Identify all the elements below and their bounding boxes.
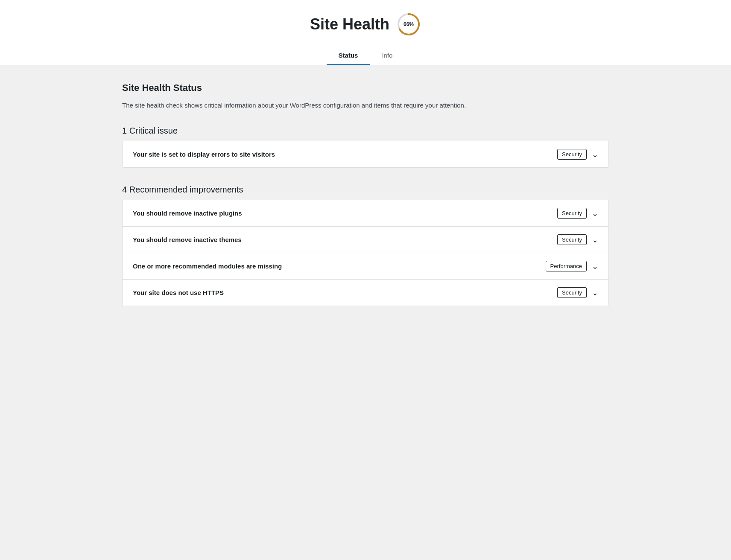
recommended-issues-section: 4 Recommended improvements You should re… [122, 185, 609, 306]
chevron-down-icon[interactable]: ⌄ [592, 288, 598, 298]
chevron-down-icon[interactable]: ⌄ [592, 209, 598, 218]
tab-info[interactable]: Info [370, 47, 404, 65]
table-row: You should remove inactive themes Securi… [123, 227, 608, 253]
issue-right: Security ⌄ [557, 208, 598, 219]
chevron-down-icon[interactable]: ⌄ [592, 150, 598, 159]
tag-badge-security: Security [557, 149, 587, 160]
issue-right: Security ⌄ [557, 234, 598, 245]
title-row: Site Health 66% [0, 12, 731, 37]
critical-issues-count: 1 Critical issue [122, 126, 609, 136]
main-content: Site Health Status The site health check… [109, 65, 622, 340]
table-row: You should remove inactive plugins Secur… [123, 200, 608, 227]
page-header: Site Health 66% Status Info [0, 0, 731, 65]
section-description: The site health check shows critical inf… [122, 100, 609, 111]
tag-badge-security: Security [557, 208, 587, 219]
chevron-down-icon[interactable]: ⌄ [592, 235, 598, 245]
table-row: Your site does not use HTTPS Security ⌄ [123, 280, 608, 306]
issue-label: Your site does not use HTTPS [133, 289, 224, 296]
issue-right: Performance ⌄ [546, 261, 598, 271]
health-score-circle: 66% [396, 12, 421, 37]
table-row: Your site is set to display errors to si… [123, 141, 608, 167]
tab-bar: Status Info [0, 47, 731, 65]
score-label: 66% [404, 21, 414, 27]
issue-right: Security ⌄ [557, 149, 598, 160]
tag-badge-security: Security [557, 287, 587, 298]
tab-status[interactable]: Status [327, 47, 370, 65]
critical-issues-section: 1 Critical issue Your site is set to dis… [122, 126, 609, 168]
issue-right: Security ⌄ [557, 287, 598, 298]
recommended-issues-count: 4 Recommended improvements [122, 185, 609, 195]
tag-badge-performance: Performance [546, 261, 587, 271]
issue-label: You should remove inactive themes [133, 236, 242, 243]
recommended-issues-list: You should remove inactive plugins Secur… [122, 200, 609, 306]
issue-label: You should remove inactive plugins [133, 210, 242, 217]
table-row: One or more recommended modules are miss… [123, 253, 608, 280]
issue-label: Your site is set to display errors to si… [133, 151, 275, 158]
page-title: Site Health [310, 15, 389, 33]
critical-issues-list: Your site is set to display errors to si… [122, 141, 609, 168]
chevron-down-icon[interactable]: ⌄ [592, 262, 598, 271]
section-title: Site Health Status [122, 82, 609, 93]
issue-label: One or more recommended modules are miss… [133, 262, 282, 270]
tag-badge-security: Security [557, 234, 587, 245]
